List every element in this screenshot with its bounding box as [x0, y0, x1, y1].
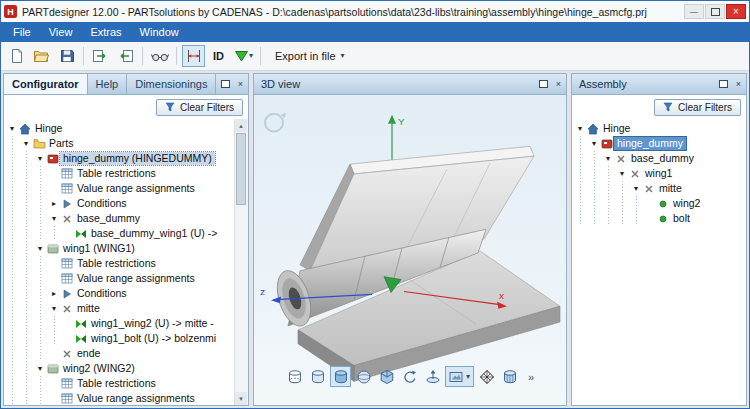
- header-spacer: [307, 74, 536, 94]
- menu-extras[interactable]: Extras: [81, 24, 130, 40]
- tree-guide: [574, 166, 588, 181]
- save-file-icon[interactable]: [55, 45, 78, 67]
- link-icon: [74, 229, 88, 239]
- tab-dimensionings[interactable]: Dimensionings: [127, 74, 216, 94]
- tree-item-table-restrictions[interactable]: Table restrictions: [6, 376, 234, 391]
- glasses-icon[interactable]: [148, 45, 171, 67]
- menu-window[interactable]: Window: [131, 24, 188, 40]
- tree-item-hinge-dummy[interactable]: ▾hinge_dummy: [574, 136, 732, 151]
- expand-icon[interactable]: ▸: [48, 286, 60, 301]
- 3d-viewport[interactable]: Y: [254, 95, 566, 405]
- float-panel-button[interactable]: [536, 74, 551, 94]
- mesh-quality-icon[interactable]: [476, 366, 497, 387]
- configurator-scrollbar[interactable]: ▲ ▼: [234, 119, 248, 405]
- open-file-icon[interactable]: [30, 45, 53, 67]
- home-icon: [18, 123, 32, 135]
- expand-icon[interactable]: ▸: [48, 196, 60, 211]
- collapse-icon[interactable]: ▾: [20, 136, 32, 151]
- tree-item-bolt[interactable]: bolt: [574, 211, 732, 226]
- tree-item-wing1-wing2-u-mitte[interactable]: wing1_wing2 (U) -> mitte -: [6, 316, 234, 331]
- tree-item-mitte[interactable]: ▾mitte: [6, 301, 234, 316]
- tree-item-mitte[interactable]: ▾mitte: [574, 181, 732, 196]
- collapse-icon[interactable]: ▾: [574, 121, 586, 136]
- collapse-icon[interactable]: ▾: [48, 301, 60, 316]
- tree-item-conditions[interactable]: ▸Conditions: [6, 286, 234, 301]
- close-panel-button[interactable]: ×: [551, 74, 566, 94]
- collapse-icon[interactable]: ▾: [588, 136, 600, 151]
- part-icon: [46, 243, 60, 255]
- tree-guide: [20, 376, 34, 391]
- float-panel-button[interactable]: [218, 74, 233, 94]
- x-icon: [628, 169, 642, 179]
- tree-item-wing2[interactable]: wing2: [574, 196, 732, 211]
- float-panel-button[interactable]: [716, 74, 731, 94]
- tree-item-base-dummy[interactable]: ▾base_dummy: [6, 211, 234, 226]
- tab-help[interactable]: Help: [88, 74, 128, 94]
- tree-item-wing1[interactable]: ▾wing1: [574, 166, 732, 181]
- shaded-icon[interactable]: [330, 366, 351, 387]
- orbit-widget-icon[interactable]: [265, 113, 286, 132]
- overflow-button[interactable]: »: [522, 370, 536, 384]
- collapse-icon[interactable]: ▾: [616, 166, 628, 181]
- tree-item-conditions[interactable]: ▸Conditions: [6, 196, 234, 211]
- minimize-button[interactable]: —: [684, 4, 704, 19]
- scroll-down-button[interactable]: ▼: [235, 392, 247, 405]
- collapse-icon[interactable]: ▾: [630, 181, 642, 196]
- collapse-icon[interactable]: ▾: [34, 361, 46, 376]
- clear-filters-button[interactable]: Clear Filters: [654, 99, 741, 116]
- tree-item-wing1-bolt-u-bolzenmi[interactable]: wing1_bolt (U) -> bolzenmi: [6, 331, 234, 346]
- tree-item-hinge[interactable]: ▾Hinge: [6, 121, 234, 136]
- tree-item-table-restrictions[interactable]: Table restrictions: [6, 166, 234, 181]
- tree-item-base-dummy-wing1-u[interactable]: base_dummy_wing1 (U) ->: [6, 226, 234, 241]
- import-part-icon[interactable]: [89, 45, 112, 67]
- sphere-view-icon[interactable]: [353, 366, 374, 387]
- tree-item-hinge-dummy-hingedummy[interactable]: ▾hinge_dummy (HINGEDUMMY): [6, 151, 234, 166]
- 3d-model[interactable]: Y: [254, 95, 566, 405]
- title-bar[interactable]: H PARTdesigner 12.00 - PARTsolutions by …: [1, 1, 749, 22]
- collapse-icon[interactable]: ▾: [34, 241, 46, 256]
- turntable-icon[interactable]: [422, 366, 443, 387]
- maximize-button[interactable]: [705, 4, 725, 19]
- tree-guide: [6, 391, 20, 405]
- new-file-icon[interactable]: [5, 45, 28, 67]
- cylinder-quality-icon[interactable]: [499, 366, 520, 387]
- collapse-icon[interactable]: ▾: [602, 151, 614, 166]
- tree-item-ende[interactable]: ende: [6, 346, 234, 361]
- tree-item-wing1-wing1[interactable]: ▾wing1 (WING1): [6, 241, 234, 256]
- collapse-icon[interactable]: ▾: [48, 211, 60, 226]
- dropdown-caret-icon: ▾: [341, 52, 345, 60]
- close-button[interactable]: ×: [726, 4, 746, 19]
- tab-configurator[interactable]: Configurator: [4, 74, 88, 94]
- tree-item-value-range-assignments[interactable]: Value range assignments: [6, 181, 234, 196]
- scroll-up-button[interactable]: ▲: [235, 119, 247, 132]
- tree-guide: [574, 211, 588, 226]
- part-selection-icon[interactable]: ▾: [232, 45, 255, 67]
- export-part-icon[interactable]: [114, 45, 137, 67]
- collapse-icon[interactable]: ▾: [6, 121, 18, 136]
- collapse-icon[interactable]: ▾: [34, 151, 46, 166]
- dimensions-icon[interactable]: [182, 45, 205, 67]
- scroll-thumb[interactable]: [236, 133, 246, 205]
- menu-view[interactable]: View: [40, 24, 82, 40]
- tree-item-parts[interactable]: ▾Parts: [6, 136, 234, 151]
- tree-item-base-dummy[interactable]: ▾base_dummy: [574, 151, 732, 166]
- tree-guide: [20, 226, 34, 241]
- tree-item-table-restrictions[interactable]: Table restrictions: [6, 256, 234, 271]
- tree-item-hinge[interactable]: ▾Hinge: [574, 121, 732, 136]
- clear-filters-button[interactable]: Clear Filters: [156, 99, 243, 116]
- close-panel-button[interactable]: ×: [233, 74, 248, 94]
- tree-item-wing2-wing2[interactable]: ▾wing2 (WING2): [6, 361, 234, 376]
- view-preset-icon[interactable]: ▾: [445, 366, 474, 387]
- id-button[interactable]: ID: [207, 45, 230, 67]
- close-panel-button[interactable]: ×: [731, 74, 746, 94]
- cube-view-icon[interactable]: [376, 366, 397, 387]
- rotate-view-icon[interactable]: [399, 366, 420, 387]
- tree-item-value-range-assignments[interactable]: Value range assignments: [6, 271, 234, 286]
- export-in-file-button[interactable]: Export in file▾: [266, 46, 354, 66]
- wireframe-icon[interactable]: [284, 366, 305, 387]
- menu-file[interactable]: File: [4, 24, 40, 40]
- tree-guide: [34, 226, 48, 241]
- flat-shaded-icon[interactable]: [307, 366, 328, 387]
- tree-guide: [20, 271, 34, 286]
- tree-item-value-range-assignments[interactable]: Value range assignments: [6, 391, 234, 405]
